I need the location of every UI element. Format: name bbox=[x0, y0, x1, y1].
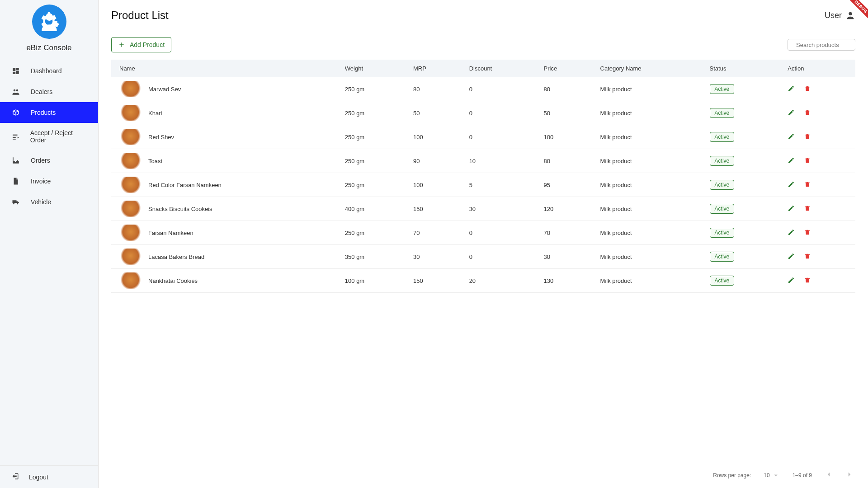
product-thumb bbox=[119, 81, 142, 97]
add-product-button[interactable]: Add Product bbox=[111, 37, 171, 52]
next-page-button[interactable] bbox=[845, 470, 854, 480]
col-name: Name bbox=[111, 60, 337, 77]
edit-button[interactable] bbox=[788, 109, 795, 117]
product-name: Lacasa Bakers Bread bbox=[148, 253, 204, 260]
col-category-name: Category Name bbox=[592, 60, 702, 77]
table-row: Lacasa Bakers Bread350 gm30030Milk produ… bbox=[111, 245, 855, 269]
trash-icon bbox=[804, 181, 811, 188]
product-category: Milk product bbox=[592, 125, 702, 149]
product-price: 80 bbox=[536, 149, 592, 173]
delete-button[interactable] bbox=[804, 205, 811, 213]
product-thumb bbox=[119, 129, 142, 145]
logout-button[interactable]: Logout bbox=[0, 465, 98, 488]
edit-button[interactable] bbox=[788, 85, 795, 94]
prev-page-button[interactable] bbox=[825, 470, 833, 480]
product-weight: 350 gm bbox=[337, 245, 405, 269]
trash-icon bbox=[804, 133, 811, 140]
delete-button[interactable] bbox=[804, 277, 811, 285]
product-price: 30 bbox=[536, 245, 592, 269]
pagination: Rows per page: 10 1–9 of 9 bbox=[111, 462, 855, 488]
plus-icon bbox=[118, 41, 125, 48]
delete-button[interactable] bbox=[804, 133, 811, 141]
search-input-wrap[interactable] bbox=[788, 39, 855, 51]
col-price: Price bbox=[536, 60, 592, 77]
edit-button[interactable] bbox=[788, 253, 795, 261]
sidebar-item-dealers[interactable]: Dealers bbox=[0, 81, 98, 102]
sidebar-item-accept-reject-order[interactable]: Accept / Reject Order bbox=[0, 123, 98, 150]
sidebar-item-dashboard[interactable]: Dashboard bbox=[0, 61, 98, 81]
table-row: Khari250 gm50050Milk productActive bbox=[111, 101, 855, 125]
user-menu[interactable]: User bbox=[825, 10, 855, 20]
search-input[interactable] bbox=[796, 42, 868, 48]
col-discount: Discount bbox=[461, 60, 536, 77]
pencil-icon bbox=[788, 253, 795, 260]
pencil-icon bbox=[788, 109, 795, 116]
product-price: 50 bbox=[536, 101, 592, 125]
product-mrp: 100 bbox=[405, 125, 461, 149]
sidebar-item-products[interactable]: Products bbox=[0, 102, 98, 123]
col-weight: Weight bbox=[337, 60, 405, 77]
document-icon bbox=[11, 177, 21, 185]
chevron-right-icon bbox=[845, 470, 854, 479]
status-badge: Active bbox=[710, 132, 735, 142]
edit-button[interactable] bbox=[788, 157, 795, 165]
product-price: 95 bbox=[536, 173, 592, 197]
product-price: 120 bbox=[536, 197, 592, 221]
pencil-icon bbox=[788, 229, 795, 236]
sidebar-item-vehicle[interactable]: Vehicle bbox=[0, 192, 98, 212]
edit-button[interactable] bbox=[788, 277, 795, 285]
product-category: Milk product bbox=[592, 149, 702, 173]
edit-button[interactable] bbox=[788, 181, 795, 189]
app-logo-icon bbox=[32, 5, 66, 39]
table-row: Marwad Sev250 gm80080Milk productActive bbox=[111, 77, 855, 101]
svg-point-6 bbox=[16, 89, 19, 92]
pencil-icon bbox=[788, 277, 795, 284]
sidebar-item-invoice[interactable]: Invoice bbox=[0, 171, 98, 192]
rows-per-page-label: Rows per page: bbox=[713, 472, 751, 479]
product-mrp: 50 bbox=[405, 101, 461, 125]
pencil-icon bbox=[788, 181, 795, 188]
dashboard-icon bbox=[11, 67, 21, 75]
delete-button[interactable] bbox=[804, 229, 811, 237]
delete-button[interactable] bbox=[804, 157, 811, 165]
product-weight: 400 gm bbox=[337, 197, 405, 221]
rows-per-page-selector[interactable]: 10 bbox=[764, 471, 779, 479]
trash-icon bbox=[804, 277, 811, 284]
sidebar-item-orders[interactable]: Orders bbox=[0, 150, 98, 171]
product-discount: 0 bbox=[461, 245, 536, 269]
product-weight: 250 gm bbox=[337, 149, 405, 173]
sidebar-item-label: Products bbox=[31, 109, 56, 116]
edit-button[interactable] bbox=[788, 205, 795, 213]
product-category: Milk product bbox=[592, 101, 702, 125]
col-mrp: MRP bbox=[405, 60, 461, 77]
product-discount: 20 bbox=[461, 269, 536, 293]
trash-icon bbox=[804, 85, 811, 92]
product-name: Nankhatai Cookies bbox=[148, 277, 198, 284]
trash-icon bbox=[804, 253, 811, 260]
status-badge: Active bbox=[710, 276, 735, 286]
logout-label: Logout bbox=[29, 474, 48, 481]
edit-button[interactable] bbox=[788, 229, 795, 237]
product-price: 80 bbox=[536, 77, 592, 101]
delete-button[interactable] bbox=[804, 85, 811, 94]
product-category: Milk product bbox=[592, 77, 702, 101]
product-category: Milk product bbox=[592, 269, 702, 293]
product-discount: 0 bbox=[461, 125, 536, 149]
status-badge: Active bbox=[710, 204, 735, 214]
delete-button[interactable] bbox=[804, 253, 811, 261]
truck-icon bbox=[11, 198, 21, 206]
table-row: Red Shev250 gm1000100Milk productActive bbox=[111, 125, 855, 149]
product-name: Red Shev bbox=[148, 134, 174, 141]
status-badge: Active bbox=[710, 228, 735, 238]
page-range: 1–9 of 9 bbox=[793, 472, 812, 479]
product-discount: 0 bbox=[461, 77, 536, 101]
delete-button[interactable] bbox=[804, 181, 811, 189]
sidebar-item-label: Dashboard bbox=[31, 67, 62, 75]
edit-button[interactable] bbox=[788, 133, 795, 141]
product-price: 100 bbox=[536, 125, 592, 149]
delete-button[interactable] bbox=[804, 109, 811, 117]
logout-icon bbox=[11, 472, 19, 482]
product-weight: 250 gm bbox=[337, 221, 405, 245]
svg-rect-4 bbox=[13, 72, 15, 74]
product-discount: 0 bbox=[461, 221, 536, 245]
